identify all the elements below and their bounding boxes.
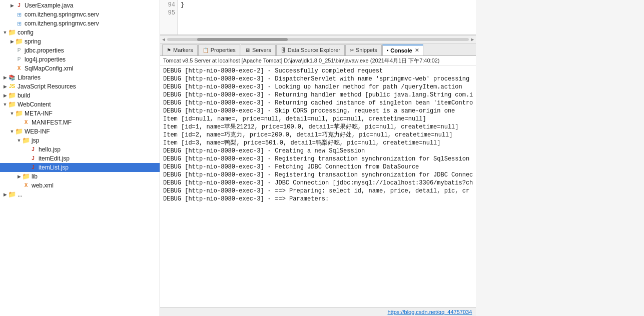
- folder-icon: 📁: [8, 92, 16, 100]
- tree-item-itemlist-jsp[interactable]: JitemList.jsp: [0, 163, 160, 172]
- tree-label: lib: [32, 173, 38, 180]
- scroll-track[interactable]: [167, 38, 469, 41]
- console-line: DEBUG [http-nio-8080-exec-3] - Skip CORS…: [163, 107, 473, 115]
- console-line: DEBUG [http-nio-8080-exec-3] - Fetching …: [163, 163, 473, 171]
- tree-item-com-itzheng-springmvc-serv[interactable]: ⊞com.itzheng.springmvc.serv: [0, 10, 160, 19]
- tree-label: META-INF: [25, 110, 53, 117]
- tab-label-datasource: Data Source Explorer: [288, 47, 340, 53]
- code-content: }: [178, 0, 476, 34]
- folder-icon: 📁: [8, 190, 16, 198]
- tree-item-libraries[interactable]: ▶📚Libraries: [0, 73, 160, 82]
- tree-arrow[interactable]: ▼: [16, 138, 22, 143]
- tree-arrow[interactable]: ▶: [2, 192, 8, 197]
- tree-item-jsp[interactable]: ▼📁jsp: [0, 136, 160, 145]
- console-line: DEBUG [http-nio-8080-exec-3] - JDBC Conn…: [163, 179, 473, 187]
- tab-servers[interactable]: 🖥Servers: [241, 44, 276, 56]
- horizontal-scrollbar[interactable]: ◀ ▶: [160, 35, 476, 44]
- tree-item-sqlmapconfig-xml[interactable]: XSqlMapConfig.xml: [0, 64, 160, 73]
- status-bar: https://blog.csdn.net/qq_44757034: [160, 307, 476, 316]
- tree-item-jdbc-properties[interactable]: Pjdbc.properties: [0, 46, 160, 55]
- line-numbers: 9495: [160, 0, 178, 34]
- tree-label: jdbc.properties: [25, 47, 64, 54]
- tree-label: web.xml: [32, 182, 54, 189]
- server-info-text: Tomcat v8.5 Server at localhost [Apache …: [163, 58, 440, 64]
- tree-item-com-itzheng-springmvc-serv[interactable]: ⊞com.itzheng.springmvc.serv: [0, 19, 160, 28]
- tree-item-itemedit-jsp[interactable]: JitemEdit.jsp: [0, 154, 160, 163]
- console-line: DEBUG [http-nio-8080-exec-2] - Successfu…: [163, 67, 473, 75]
- console-output[interactable]: DEBUG [http-nio-8080-exec-2] - Successfu…: [160, 66, 476, 307]
- right-panel: 9495 } ◀ ▶ ⚑Markers📋Properties🖥Servers🗄D…: [160, 0, 476, 316]
- tab-icon-servers: 🖥: [245, 48, 250, 53]
- tree-arrow[interactable]: ▶: [9, 39, 15, 44]
- console-line: Item [id=3, name=鸭梨, price=501.0, detail…: [163, 139, 473, 147]
- tab-datasource[interactable]: 🗄Data Source Explorer: [276, 44, 345, 56]
- console-line: DEBUG [http-nio-8080-exec-3] - Registeri…: [163, 171, 473, 179]
- folder-icon: 📁: [8, 28, 16, 36]
- tree-arrow[interactable]: ▶: [2, 93, 8, 98]
- scroll-thumb[interactable]: [197, 38, 288, 41]
- folder-icon: 📁: [8, 100, 16, 108]
- tree-label: ...: [18, 191, 23, 198]
- jsp-file-icon: J: [29, 146, 37, 154]
- java-file-icon: J: [15, 2, 23, 10]
- console-line: DEBUG [http-nio-8080-exec-3] - Looking u…: [163, 83, 473, 91]
- tab-icon-snippets: ✂: [350, 48, 354, 53]
- tree-item-web-inf[interactable]: ▼📁WEB-INF: [0, 127, 160, 136]
- console-line: DEBUG [http-nio-8080-exec-3] - Registeri…: [163, 155, 473, 163]
- tree-label: log4j.properties: [25, 56, 66, 63]
- tab-markers[interactable]: ⚑Markers: [162, 44, 198, 56]
- tree-item-meta-inf[interactable]: ▼📁META-INF: [0, 109, 160, 118]
- console-line: DEBUG [http-nio-8080-exec-3] - Returning…: [163, 91, 473, 99]
- tab-properties[interactable]: 📋Properties: [198, 44, 240, 56]
- status-link[interactable]: https://blog.csdn.net/qq_44757034: [388, 309, 472, 315]
- tree-label: UserExample.java: [25, 2, 73, 9]
- tree-arrow[interactable]: ▶: [9, 3, 15, 8]
- tree-item-config[interactable]: ▼📁config: [0, 28, 160, 37]
- tree-item----[interactable]: ▶📁...: [0, 190, 160, 199]
- properties-file-icon: P: [15, 56, 23, 64]
- tree-arrow[interactable]: ▶: [2, 84, 8, 89]
- tree-label: WEB-INF: [25, 128, 50, 135]
- tree-item-userexample-java[interactable]: ▶JUserExample.java: [0, 1, 160, 10]
- tree-item-lib[interactable]: ▶📁lib: [0, 172, 160, 181]
- tree-arrow[interactable]: ▼: [9, 129, 15, 134]
- console-line: Item [id=1, name=苹果21212, price=100.0, d…: [163, 123, 473, 131]
- tree-item-manifest-mf[interactable]: XMANIFEST.MF: [0, 118, 160, 127]
- tab-icon-datasource: 🗄: [281, 48, 286, 53]
- tree-label: JavaScript Resources: [18, 83, 76, 90]
- package-icon: ⊞: [15, 20, 23, 28]
- tree-item-webcontent[interactable]: ▼📁WebContent: [0, 100, 160, 109]
- tree-item-web-xml[interactable]: Xweb.xml: [0, 181, 160, 190]
- tab-label-console: Console: [390, 48, 412, 54]
- tree-label: itemEdit.jsp: [39, 155, 70, 162]
- tree-label: jsp: [32, 137, 39, 144]
- tree-label: MANIFEST.MF: [32, 119, 72, 126]
- tree-arrow[interactable]: ▼: [2, 30, 8, 35]
- tree-label: hello.jsp: [39, 146, 61, 153]
- tree-label: spring: [25, 38, 41, 45]
- tree-item-hello-jsp[interactable]: Jhello.jsp: [0, 145, 160, 154]
- tree-item-javascript-resources[interactable]: ▶JSJavaScript Resources: [0, 82, 160, 91]
- tree-arrow[interactable]: ▼: [9, 111, 15, 116]
- tree-item-spring[interactable]: ▶📁spring: [0, 37, 160, 46]
- file-explorer[interactable]: ▶JUserExample.java⊞com.itzheng.springmvc…: [0, 0, 160, 316]
- code-line: }: [181, 1, 473, 9]
- mf-file-icon: X: [22, 118, 30, 126]
- tree-label: SqlMapConfig.xml: [25, 65, 73, 72]
- tree-arrow[interactable]: ▶: [16, 174, 22, 179]
- console-line: Item [id=2, name=巧克力, price=200.0, detai…: [163, 131, 473, 139]
- tab-label-markers: Markers: [173, 47, 193, 53]
- folder-icon: 📁: [22, 172, 30, 180]
- tab-snippets[interactable]: ✂Snippets: [345, 44, 382, 56]
- tab-close-console[interactable]: ✕: [415, 48, 419, 53]
- tree-item-build[interactable]: ▶📁build: [0, 91, 160, 100]
- tab-label-snippets: Snippets: [356, 47, 377, 53]
- console-line: DEBUG [http-nio-8080-exec-3] - ==> Prepa…: [163, 187, 473, 195]
- tree-item-log4j-properties[interactable]: Plog4j.properties: [0, 55, 160, 64]
- tree-arrow[interactable]: ▼: [2, 102, 8, 107]
- console-line: DEBUG [http-nio-8080-exec-3] - Dispatche…: [163, 75, 473, 83]
- tab-console[interactable]: ▪Console✕: [382, 44, 423, 56]
- tree-arrow[interactable]: ▶: [2, 75, 8, 80]
- tab-label-servers: Servers: [252, 47, 271, 53]
- tabs-bar: ⚑Markers📋Properties🖥Servers🗄Data Source …: [160, 44, 476, 56]
